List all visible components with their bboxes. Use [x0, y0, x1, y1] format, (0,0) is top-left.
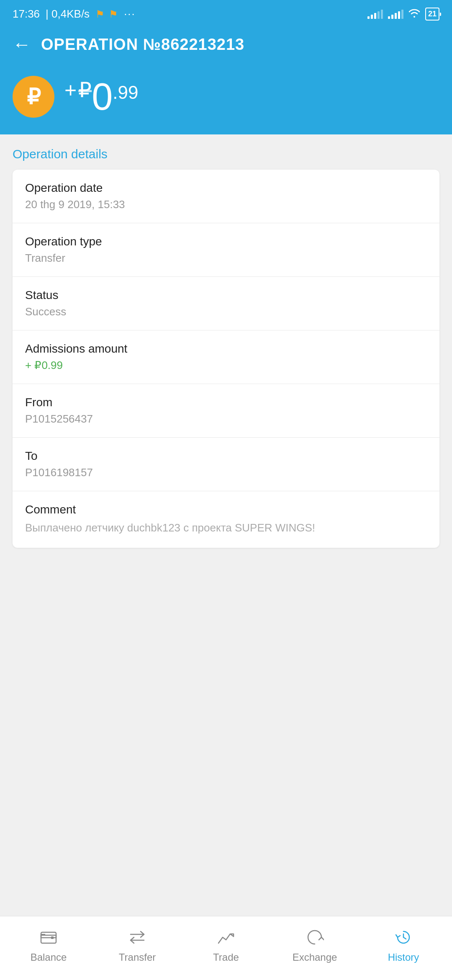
flag-icon-2: ⚑	[109, 8, 118, 20]
detail-value-status: Success	[25, 305, 427, 318]
detail-label-date: Operation date	[25, 181, 427, 195]
speed-display: | 0,4KB/s	[46, 8, 90, 21]
history-icon	[393, 926, 414, 948]
detail-row-date: Operation date 20 thg 9 2019, 15:33	[13, 170, 439, 223]
detail-row-comment: Comment Выплачено летчику duchbk123 с пр…	[13, 491, 439, 548]
page-title: OPERATION №862213213	[41, 36, 244, 54]
nav-item-history[interactable]: History	[359, 926, 448, 963]
currency-avatar: ₽	[13, 76, 54, 118]
wifi-icon	[408, 8, 420, 20]
detail-row-status: Status Success	[13, 277, 439, 330]
status-bar-right: 21	[367, 8, 439, 21]
nav-label-exchange: Exchange	[293, 952, 337, 963]
flag-icon-1: ⚑	[95, 8, 105, 20]
detail-value-date: 20 thg 9 2019, 15:33	[25, 198, 427, 211]
detail-value-from: P1015256437	[25, 413, 427, 426]
nav-item-exchange[interactable]: Exchange	[270, 926, 359, 963]
detail-value-type: Transfer	[25, 252, 427, 265]
amount-display: + ₽ 0 .99	[64, 78, 138, 116]
back-button[interactable]: ←	[13, 34, 31, 55]
page-header: ← OPERATION №862213213	[0, 26, 452, 67]
svg-line-7	[403, 937, 406, 939]
more-icon[interactable]: ···	[124, 8, 136, 21]
amount-currency: ₽	[78, 78, 92, 102]
svg-rect-3	[41, 934, 45, 935]
bottom-navigation: Balance Transfer Trade	[0, 916, 452, 980]
signal-strength-2	[388, 10, 403, 19]
notification-icons: ⚑ ⚑	[95, 8, 118, 20]
nav-label-balance: Balance	[31, 952, 67, 963]
time-display: 17:36	[13, 8, 40, 21]
detail-value-comment: Выплачено летчику duchbk123 с проекта SU…	[25, 520, 427, 536]
amount-section: ₽ + ₽ 0 .99	[0, 67, 452, 134]
detail-label-comment: Comment	[25, 503, 427, 516]
details-card: Operation date 20 thg 9 2019, 15:33 Oper…	[13, 170, 439, 548]
detail-label-status: Status	[25, 289, 427, 302]
section-title: Operation details	[13, 147, 439, 161]
nav-item-transfer[interactable]: Transfer	[93, 926, 182, 963]
ruble-icon: ₽	[27, 84, 41, 109]
detail-row-to: To P1016198157	[13, 438, 439, 491]
wallet-icon	[38, 926, 59, 948]
amount-decimal: .99	[113, 82, 138, 103]
detail-value-to: P1016198157	[25, 466, 427, 479]
detail-value-amount: + ₽0.99	[25, 359, 427, 372]
battery-icon: 21	[425, 8, 439, 21]
amount-prefix: +	[64, 78, 77, 102]
amount-whole: 0	[92, 78, 113, 116]
detail-row-type: Operation type Transfer	[13, 223, 439, 277]
nav-label-trade: Trade	[213, 952, 239, 963]
signal-strength-1	[367, 10, 383, 19]
status-bar-left: 17:36 | 0,4KB/s ⚑ ⚑ ···	[13, 8, 136, 21]
detail-label-to: To	[25, 449, 427, 463]
svg-rect-1	[41, 935, 56, 938]
nav-item-trade[interactable]: Trade	[182, 926, 270, 963]
nav-label-history: History	[388, 952, 419, 963]
exchange-icon	[304, 926, 326, 948]
detail-label-from: From	[25, 396, 427, 409]
detail-label-amount: Admissions amount	[25, 342, 427, 356]
nav-item-balance[interactable]: Balance	[4, 926, 93, 963]
status-bar: 17:36 | 0,4KB/s ⚑ ⚑ ···	[0, 0, 452, 26]
transfer-icon	[126, 926, 148, 948]
svg-rect-2	[51, 936, 54, 939]
detail-row-from: From P1015256437	[13, 384, 439, 438]
detail-label-type: Operation type	[25, 235, 427, 248]
main-content: Operation details Operation date 20 thg …	[0, 134, 452, 980]
nav-label-transfer: Transfer	[119, 952, 156, 963]
detail-row-amount: Admissions amount + ₽0.99	[13, 330, 439, 384]
trade-icon	[215, 926, 237, 948]
